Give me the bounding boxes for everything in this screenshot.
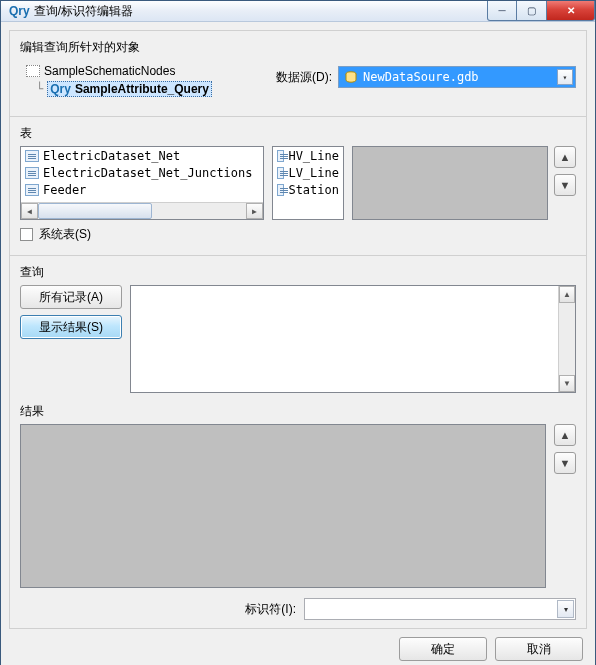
table-icon: [277, 167, 284, 179]
result-panel: [20, 424, 546, 588]
datasource-combo[interactable]: NewDataSoure.gdb ▾: [338, 66, 576, 88]
title-bar[interactable]: Qry 查询/标识符编辑器 ─ ▢ ✕: [1, 1, 595, 22]
cancel-button[interactable]: 取消: [495, 637, 583, 661]
result-up-button[interactable]: ▲: [554, 424, 576, 446]
list-item: ElectricDataset_Net_Junctions: [21, 164, 263, 181]
window: Qry 查询/标识符编辑器 ─ ▢ ✕ 编辑查询所针对的对象 SampleSch…: [0, 0, 596, 665]
horizontal-scrollbar[interactable]: ◀ ▶: [21, 202, 263, 219]
tree-root[interactable]: SampleSchematicNodes: [44, 64, 175, 78]
target-label: 编辑查询所针对的对象: [20, 39, 576, 56]
schematic-icon: [26, 65, 40, 77]
selected-tables-panel: [352, 146, 548, 220]
maximize-button[interactable]: ▢: [517, 1, 547, 21]
table-icon: [277, 150, 284, 162]
table-icon: [25, 167, 39, 179]
scroll-right-icon[interactable]: ▶: [246, 203, 263, 219]
vertical-scrollbar[interactable]: ▲ ▼: [558, 286, 575, 392]
datasource-value: NewDataSoure.gdb: [363, 70, 479, 84]
move-down-button[interactable]: ▼: [554, 174, 576, 196]
client-area: 编辑查询所针对的对象 SampleSchematicNodes └ Qry Sa…: [1, 22, 595, 665]
result-label: 结果: [20, 403, 576, 420]
qry-prefix: Qry: [50, 82, 71, 96]
ok-button[interactable]: 确定: [399, 637, 487, 661]
dropdown-icon[interactable]: ▾: [557, 600, 574, 618]
geodatabase-icon: [343, 69, 359, 85]
move-up-button[interactable]: ▲: [554, 146, 576, 168]
list-item: Station: [273, 181, 343, 198]
table-icon: [25, 184, 39, 196]
identifier-label: 标识符(I):: [245, 601, 296, 618]
list-item: ElectricDataset_Net: [21, 147, 263, 164]
show-result-button[interactable]: 显示结果(S): [20, 315, 122, 339]
query-textarea[interactable]: ▲ ▼: [130, 285, 576, 393]
system-tables-checkbox[interactable]: [20, 228, 33, 241]
system-tables-label[interactable]: 系统表(S): [39, 226, 91, 243]
list-item: LV_Line: [273, 164, 343, 181]
scroll-down-icon[interactable]: ▼: [559, 375, 575, 392]
divider: [10, 116, 586, 117]
table-label: 表: [20, 125, 576, 142]
table-icon: [25, 150, 39, 162]
tree-connector: └: [36, 82, 43, 96]
list-item: Feeder: [21, 181, 263, 198]
object-tree[interactable]: SampleSchematicNodes └ Qry SampleAttribu…: [20, 60, 264, 100]
table-list-mid[interactable]: HV_Line LV_Line Station: [272, 146, 344, 220]
tree-selected-item[interactable]: Qry SampleAttribute_Query: [47, 81, 212, 97]
minimize-button[interactable]: ─: [487, 1, 517, 21]
close-button[interactable]: ✕: [547, 1, 595, 21]
scroll-left-icon[interactable]: ◀: [21, 203, 38, 219]
title-prefix: Qry: [9, 4, 30, 18]
datasource-label: 数据源(D):: [276, 69, 332, 86]
scroll-up-icon[interactable]: ▲: [559, 286, 575, 303]
title-text: 查询/标识符编辑器: [34, 3, 133, 20]
result-down-button[interactable]: ▼: [554, 452, 576, 474]
main-panel: 编辑查询所针对的对象 SampleSchematicNodes └ Qry Sa…: [9, 30, 587, 629]
table-list-left[interactable]: ElectricDataset_Net ElectricDataset_Net_…: [20, 146, 264, 220]
list-item: HV_Line: [273, 147, 343, 164]
query-label: 查询: [20, 264, 576, 281]
scroll-thumb[interactable]: [38, 203, 152, 219]
table-icon: [277, 184, 284, 196]
identifier-combo[interactable]: ▾: [304, 598, 576, 620]
all-records-button[interactable]: 所有记录(A): [20, 285, 122, 309]
divider: [10, 255, 586, 256]
dropdown-icon[interactable]: ▾: [557, 69, 573, 85]
qry-name: SampleAttribute_Query: [75, 82, 209, 96]
